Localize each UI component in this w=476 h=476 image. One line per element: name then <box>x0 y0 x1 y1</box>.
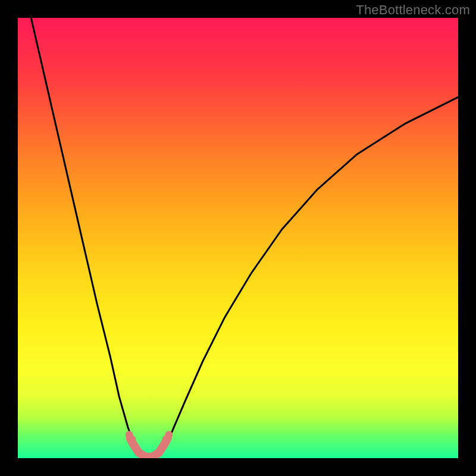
valley-curve <box>130 439 168 457</box>
valley-dot <box>165 431 173 439</box>
right-curve <box>150 97 458 458</box>
valley-dot <box>128 436 136 443</box>
watermark-text: TheBottleneck.com <box>356 2 470 18</box>
chart-frame: TheBottleneck.com <box>0 0 476 476</box>
curve-layer <box>18 18 458 458</box>
valley-dots <box>126 431 173 443</box>
plot-area <box>18 18 458 458</box>
left-curve <box>18 18 150 458</box>
